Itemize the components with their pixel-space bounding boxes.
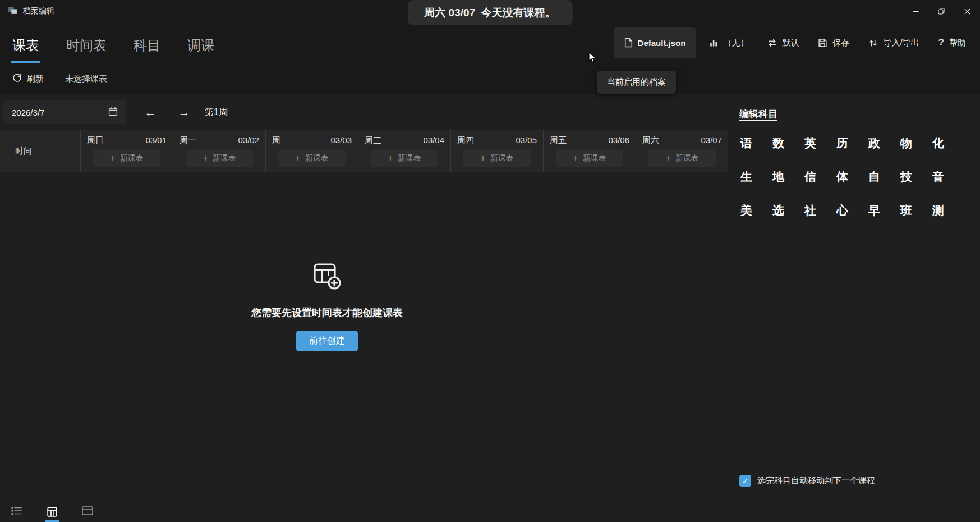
- day-column: 周六03/07+新课表: [636, 130, 728, 172]
- subject-button[interactable]: 化: [931, 131, 958, 155]
- empty-state: 您需要先设置时间表才能创建课表 前往创建: [251, 260, 403, 351]
- tab-subjects[interactable]: 科目: [132, 26, 162, 63]
- subject-button[interactable]: 自: [867, 164, 894, 189]
- schedule-grid: 您需要先设置时间表才能创建课表 前往创建: [0, 172, 728, 522]
- refresh-button[interactable]: 刷新: [12, 73, 44, 84]
- temp-schedule-label: （无）: [723, 38, 748, 48]
- new-schedule-button[interactable]: +新课表: [93, 150, 160, 167]
- new-schedule-label: 新课表: [490, 153, 514, 163]
- app-icon: [8, 6, 17, 17]
- auto-move-checkbox[interactable]: ✓: [739, 475, 751, 487]
- day-date: 03/01: [145, 135, 167, 146]
- refresh-label: 刷新: [27, 74, 44, 84]
- subject-button[interactable]: 音: [931, 164, 958, 189]
- day-date: 03/03: [330, 135, 352, 146]
- subject-button[interactable]: 地: [771, 164, 798, 189]
- day-column: 周四03/05+新课表: [450, 130, 543, 172]
- subject-button[interactable]: 语: [739, 131, 766, 155]
- plus-icon: +: [573, 154, 578, 163]
- day-name: 周一: [180, 135, 196, 146]
- day-date: 03/05: [516, 135, 537, 146]
- new-schedule-button[interactable]: +新课表: [186, 150, 253, 167]
- swap-arrows-icon: [767, 38, 777, 48]
- subject-button[interactable]: 政: [867, 131, 894, 155]
- subject-button[interactable]: 测: [931, 198, 958, 223]
- day-date: 03/07: [701, 135, 722, 146]
- day-name: 周二: [272, 135, 289, 146]
- close-button[interactable]: [954, 0, 980, 22]
- list-view-button[interactable]: [9, 506, 25, 522]
- day-column: 周一03/02+新课表: [173, 130, 265, 172]
- subject-button[interactable]: 信: [803, 164, 830, 189]
- help-button[interactable]: ? 帮助: [929, 27, 976, 58]
- date-picker[interactable]: 2026/3/7: [3, 100, 126, 124]
- bar-chart-icon: [709, 38, 718, 47]
- grid-view-button[interactable]: [45, 507, 59, 522]
- plus-icon: +: [203, 154, 208, 163]
- subject-button[interactable]: 心: [835, 198, 862, 223]
- card-view-button[interactable]: [80, 506, 95, 522]
- subjects-panel-title: 编辑科目: [739, 108, 777, 121]
- import-export-button[interactable]: 导入/导出: [859, 27, 928, 58]
- day-header: 周六03/07: [636, 135, 728, 146]
- new-schedule-button[interactable]: +新课表: [371, 150, 438, 167]
- subject-button[interactable]: 物: [899, 131, 926, 155]
- subject-button[interactable]: 社: [803, 198, 830, 223]
- tab-schedule[interactable]: 课表: [11, 26, 40, 63]
- subject-button[interactable]: 早: [867, 198, 894, 223]
- subject-button[interactable]: 美: [739, 198, 766, 223]
- active-profile-button[interactable]: Default.json: [614, 27, 697, 58]
- temp-schedule-button[interactable]: （无）: [700, 27, 758, 58]
- day-header: 周三03/04: [358, 135, 450, 146]
- subject-button[interactable]: 生: [739, 164, 766, 189]
- next-week-button[interactable]: →: [173, 102, 195, 123]
- day-header: 周四03/05: [451, 135, 543, 146]
- window-controls: [903, 0, 980, 22]
- plus-icon: +: [110, 154, 115, 163]
- day-header: 周二03/03: [266, 135, 358, 146]
- new-schedule-button[interactable]: +新课表: [463, 150, 531, 167]
- tab-reschedule[interactable]: 调课: [186, 26, 215, 63]
- default-timetable-button[interactable]: 默认: [758, 27, 808, 58]
- day-column: 周三03/04+新课表: [358, 130, 450, 172]
- subject-button[interactable]: 英: [803, 131, 830, 155]
- refresh-icon: [12, 73, 22, 84]
- save-button[interactable]: 保存: [808, 27, 859, 58]
- day-name: 周三: [365, 135, 381, 146]
- subject-grid: 语数英历政物化生地信体自技音美选社心早班测: [739, 131, 980, 223]
- help-label: 帮助: [949, 38, 966, 48]
- day-name: 周四: [457, 135, 474, 146]
- profile-editor-window: 档案编辑 周六 03/07 今天没有课程。 课表 时间表 科目 调课: [0, 0, 980, 522]
- new-schedule-button[interactable]: +新课表: [648, 150, 716, 167]
- date-navigation: 2026/3/7 ← → 第1周: [0, 94, 728, 130]
- schedule-header: 时间 周日03/01+新课表周一03/02+新课表周二03/03+新课表周三03…: [0, 130, 728, 172]
- new-schedule-label: 新课表: [583, 153, 606, 163]
- subject-button[interactable]: 历: [835, 131, 862, 155]
- save-label: 保存: [832, 38, 849, 48]
- new-schedule-label: 新课表: [120, 153, 144, 163]
- day-column: 周日03/01+新课表: [80, 130, 173, 172]
- today-notification-pill: 周六 03/07 今天没有课程。: [407, 0, 572, 25]
- day-date: 03/04: [423, 135, 444, 146]
- day-columns: 周日03/01+新课表周一03/02+新课表周二03/03+新课表周三03/04…: [80, 130, 728, 172]
- day-date: 03/02: [238, 135, 259, 146]
- subject-button[interactable]: 数: [771, 131, 798, 155]
- restore-button[interactable]: [928, 0, 954, 22]
- subject-button[interactable]: 技: [899, 164, 926, 189]
- window-title: 档案编辑: [23, 6, 54, 16]
- active-profile-tooltip: 当前启用的档案: [597, 71, 676, 94]
- new-schedule-button[interactable]: +新课表: [278, 150, 346, 167]
- toolbar: Default.json （无） 默认 保存: [614, 22, 980, 63]
- day-name: 周六: [642, 135, 659, 146]
- prev-week-button[interactable]: ←: [140, 102, 161, 123]
- day-column: 周五03/06+新课表: [543, 130, 636, 172]
- go-create-button[interactable]: 前往创建: [296, 331, 358, 351]
- day-header: 周一03/02: [173, 135, 265, 146]
- tab-timetable[interactable]: 时间表: [65, 26, 108, 63]
- main-tabs: 课表 时间表 科目 调课: [11, 22, 215, 63]
- subject-button[interactable]: 选: [771, 198, 798, 223]
- minimize-button[interactable]: [903, 0, 928, 22]
- subject-button[interactable]: 班: [899, 198, 926, 223]
- subject-button[interactable]: 体: [835, 164, 862, 189]
- new-schedule-button[interactable]: +新课表: [556, 150, 623, 167]
